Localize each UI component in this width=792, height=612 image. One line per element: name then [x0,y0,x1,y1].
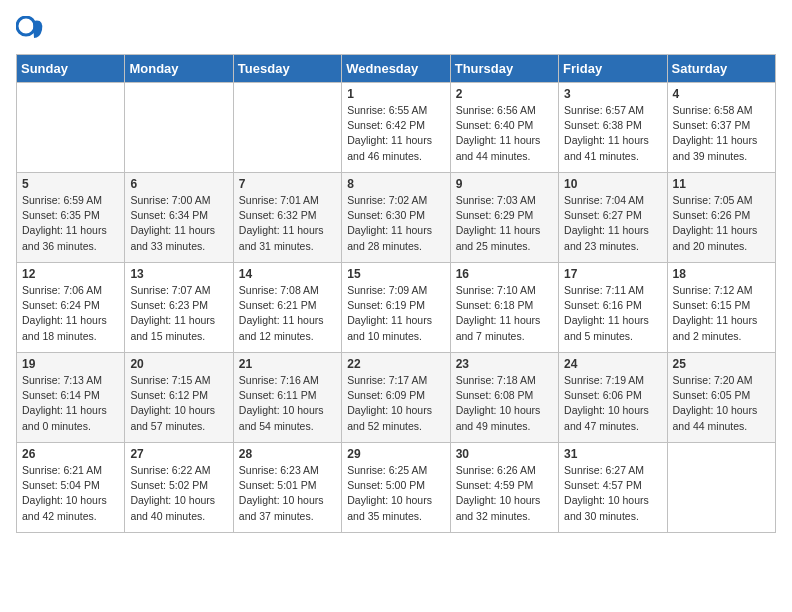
calendar-cell: 29Sunrise: 6:25 AMSunset: 5:00 PMDayligh… [342,443,450,533]
calendar-body: 1Sunrise: 6:55 AMSunset: 6:42 PMDaylight… [17,83,776,533]
day-number: 24 [564,357,661,371]
day-number: 30 [456,447,553,461]
day-content: Sunrise: 7:19 AMSunset: 6:06 PMDaylight:… [564,373,661,434]
calendar-cell [17,83,125,173]
calendar-cell: 7Sunrise: 7:01 AMSunset: 6:32 PMDaylight… [233,173,341,263]
day-number: 9 [456,177,553,191]
day-number: 28 [239,447,336,461]
header-day-wednesday: Wednesday [342,55,450,83]
day-content: Sunrise: 7:17 AMSunset: 6:09 PMDaylight:… [347,373,444,434]
day-number: 23 [456,357,553,371]
calendar-week-3: 12Sunrise: 7:06 AMSunset: 6:24 PMDayligh… [17,263,776,353]
calendar-cell: 26Sunrise: 6:21 AMSunset: 5:04 PMDayligh… [17,443,125,533]
day-number: 3 [564,87,661,101]
day-content: Sunrise: 7:00 AMSunset: 6:34 PMDaylight:… [130,193,227,254]
day-number: 31 [564,447,661,461]
day-number: 19 [22,357,119,371]
calendar-cell: 5Sunrise: 6:59 AMSunset: 6:35 PMDaylight… [17,173,125,263]
calendar-table: SundayMondayTuesdayWednesdayThursdayFrid… [16,54,776,533]
day-number: 11 [673,177,770,191]
calendar-cell: 28Sunrise: 6:23 AMSunset: 5:01 PMDayligh… [233,443,341,533]
calendar-cell: 30Sunrise: 6:26 AMSunset: 4:59 PMDayligh… [450,443,558,533]
day-content: Sunrise: 6:27 AMSunset: 4:57 PMDaylight:… [564,463,661,524]
calendar-cell: 1Sunrise: 6:55 AMSunset: 6:42 PMDaylight… [342,83,450,173]
calendar-cell: 3Sunrise: 6:57 AMSunset: 6:38 PMDaylight… [559,83,667,173]
calendar-cell: 12Sunrise: 7:06 AMSunset: 6:24 PMDayligh… [17,263,125,353]
calendar-cell: 22Sunrise: 7:17 AMSunset: 6:09 PMDayligh… [342,353,450,443]
day-content: Sunrise: 6:55 AMSunset: 6:42 PMDaylight:… [347,103,444,164]
day-number: 26 [22,447,119,461]
day-content: Sunrise: 7:09 AMSunset: 6:19 PMDaylight:… [347,283,444,344]
calendar-cell: 31Sunrise: 6:27 AMSunset: 4:57 PMDayligh… [559,443,667,533]
day-content: Sunrise: 6:58 AMSunset: 6:37 PMDaylight:… [673,103,770,164]
calendar-cell: 9Sunrise: 7:03 AMSunset: 6:29 PMDaylight… [450,173,558,263]
header-day-monday: Monday [125,55,233,83]
day-content: Sunrise: 7:04 AMSunset: 6:27 PMDaylight:… [564,193,661,254]
day-content: Sunrise: 6:26 AMSunset: 4:59 PMDaylight:… [456,463,553,524]
day-content: Sunrise: 7:20 AMSunset: 6:05 PMDaylight:… [673,373,770,434]
calendar-cell [667,443,775,533]
day-number: 29 [347,447,444,461]
day-number: 14 [239,267,336,281]
day-content: Sunrise: 6:23 AMSunset: 5:01 PMDaylight:… [239,463,336,524]
day-content: Sunrise: 6:56 AMSunset: 6:40 PMDaylight:… [456,103,553,164]
day-number: 17 [564,267,661,281]
calendar-cell: 2Sunrise: 6:56 AMSunset: 6:40 PMDaylight… [450,83,558,173]
calendar-week-1: 1Sunrise: 6:55 AMSunset: 6:42 PMDaylight… [17,83,776,173]
day-content: Sunrise: 7:16 AMSunset: 6:11 PMDaylight:… [239,373,336,434]
calendar-cell: 18Sunrise: 7:12 AMSunset: 6:15 PMDayligh… [667,263,775,353]
calendar-header: SundayMondayTuesdayWednesdayThursdayFrid… [17,55,776,83]
calendar-cell [125,83,233,173]
day-number: 4 [673,87,770,101]
calendar-cell: 6Sunrise: 7:00 AMSunset: 6:34 PMDaylight… [125,173,233,263]
day-number: 7 [239,177,336,191]
day-number: 10 [564,177,661,191]
day-number: 8 [347,177,444,191]
day-content: Sunrise: 6:25 AMSunset: 5:00 PMDaylight:… [347,463,444,524]
header-day-thursday: Thursday [450,55,558,83]
calendar-cell: 16Sunrise: 7:10 AMSunset: 6:18 PMDayligh… [450,263,558,353]
calendar-cell: 15Sunrise: 7:09 AMSunset: 6:19 PMDayligh… [342,263,450,353]
day-number: 12 [22,267,119,281]
header-day-tuesday: Tuesday [233,55,341,83]
day-number: 13 [130,267,227,281]
day-content: Sunrise: 6:22 AMSunset: 5:02 PMDaylight:… [130,463,227,524]
calendar-cell: 21Sunrise: 7:16 AMSunset: 6:11 PMDayligh… [233,353,341,443]
calendar-week-2: 5Sunrise: 6:59 AMSunset: 6:35 PMDaylight… [17,173,776,263]
day-number: 1 [347,87,444,101]
day-number: 6 [130,177,227,191]
day-content: Sunrise: 7:13 AMSunset: 6:14 PMDaylight:… [22,373,119,434]
day-content: Sunrise: 7:03 AMSunset: 6:29 PMDaylight:… [456,193,553,254]
calendar-cell: 17Sunrise: 7:11 AMSunset: 6:16 PMDayligh… [559,263,667,353]
day-number: 20 [130,357,227,371]
day-number: 2 [456,87,553,101]
day-content: Sunrise: 6:21 AMSunset: 5:04 PMDaylight:… [22,463,119,524]
calendar-week-5: 26Sunrise: 6:21 AMSunset: 5:04 PMDayligh… [17,443,776,533]
day-content: Sunrise: 6:59 AMSunset: 6:35 PMDaylight:… [22,193,119,254]
calendar-cell: 14Sunrise: 7:08 AMSunset: 6:21 PMDayligh… [233,263,341,353]
calendar-cell: 25Sunrise: 7:20 AMSunset: 6:05 PMDayligh… [667,353,775,443]
calendar-cell [233,83,341,173]
day-content: Sunrise: 7:18 AMSunset: 6:08 PMDaylight:… [456,373,553,434]
day-content: Sunrise: 7:02 AMSunset: 6:30 PMDaylight:… [347,193,444,254]
day-content: Sunrise: 7:11 AMSunset: 6:16 PMDaylight:… [564,283,661,344]
calendar-cell: 10Sunrise: 7:04 AMSunset: 6:27 PMDayligh… [559,173,667,263]
day-content: Sunrise: 7:12 AMSunset: 6:15 PMDaylight:… [673,283,770,344]
calendar-cell: 4Sunrise: 6:58 AMSunset: 6:37 PMDaylight… [667,83,775,173]
calendar-week-4: 19Sunrise: 7:13 AMSunset: 6:14 PMDayligh… [17,353,776,443]
calendar-cell: 19Sunrise: 7:13 AMSunset: 6:14 PMDayligh… [17,353,125,443]
calendar-cell: 8Sunrise: 7:02 AMSunset: 6:30 PMDaylight… [342,173,450,263]
day-content: Sunrise: 7:07 AMSunset: 6:23 PMDaylight:… [130,283,227,344]
day-content: Sunrise: 7:10 AMSunset: 6:18 PMDaylight:… [456,283,553,344]
day-number: 22 [347,357,444,371]
day-content: Sunrise: 7:05 AMSunset: 6:26 PMDaylight:… [673,193,770,254]
day-content: Sunrise: 7:15 AMSunset: 6:12 PMDaylight:… [130,373,227,434]
day-number: 15 [347,267,444,281]
calendar-cell: 13Sunrise: 7:07 AMSunset: 6:23 PMDayligh… [125,263,233,353]
day-content: Sunrise: 7:06 AMSunset: 6:24 PMDaylight:… [22,283,119,344]
day-number: 21 [239,357,336,371]
logo [16,16,48,44]
calendar-cell: 27Sunrise: 6:22 AMSunset: 5:02 PMDayligh… [125,443,233,533]
day-number: 5 [22,177,119,191]
calendar-cell: 11Sunrise: 7:05 AMSunset: 6:26 PMDayligh… [667,173,775,263]
